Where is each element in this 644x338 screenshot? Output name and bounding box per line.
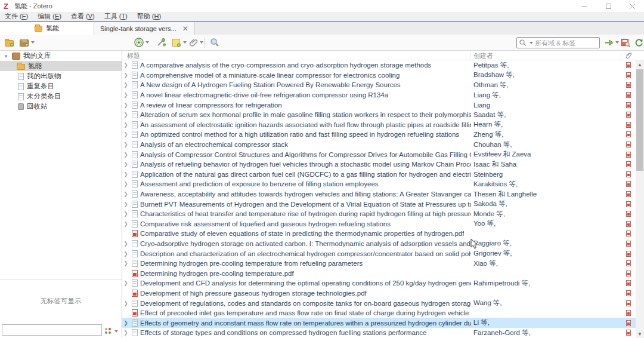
item-row[interactable]: ❯ A comprehensive model of a miniature-s… (122, 70, 644, 81)
item-row[interactable]: ❯ Analysis of Compressor Control Structu… (122, 149, 644, 159)
tab[interactable]: Single-tank storage vers... ✕ (94, 22, 195, 35)
item-type-icon (132, 329, 138, 336)
tab[interactable]: 氢能 ✕ (0, 22, 94, 35)
row-expand-chevron-icon[interactable]: ❯ (122, 221, 129, 227)
row-expand-chevron-icon[interactable]: ❯ (122, 191, 129, 197)
item-row[interactable]: ❯ A New design of A Hydrogen Fueling Sta… (122, 80, 644, 90)
add-by-identifier-button[interactable] (156, 37, 166, 48)
item-row[interactable]: ❯ A review of linear compressors for ref… (122, 100, 644, 110)
new-item-button[interactable] (134, 37, 149, 48)
item-row[interactable]: Determining hydrogen pre-cooling tempera… (122, 268, 644, 278)
column-header-creator[interactable]: 创建者 (471, 51, 621, 60)
menu-item[interactable]: 编辑 (E) (33, 12, 66, 21)
new-collection-button[interactable] (5, 37, 14, 48)
item-row[interactable]: ❯ An optimized control method for a high… (122, 130, 644, 140)
scrollbar-thumb[interactable] (636, 69, 643, 171)
item-row[interactable]: ❯ Characteristics of heat transfer and t… (122, 209, 644, 219)
row-expand-chevron-icon[interactable]: ❯ (122, 201, 129, 207)
vertical-scrollbar[interactable]: ▲ ▼ (636, 60, 644, 338)
sidebar-item-重复条目[interactable]: 重复条目 (0, 81, 122, 91)
item-row[interactable]: ❯ Analysis of refueling behavior of hydr… (122, 159, 644, 170)
add-attachment-button[interactable] (190, 37, 203, 48)
item-row[interactable]: ❯ Development of regulations, codes and … (122, 298, 644, 308)
new-note-button[interactable] (172, 37, 187, 48)
row-expand-chevron-icon[interactable]: ❯ (122, 62, 129, 68)
sidebar-item-未分类条目[interactable]: 未分类条目 (0, 91, 122, 102)
maximize-button[interactable] (596, 0, 620, 12)
item-row[interactable]: Development of high pressure gaseous hyd… (122, 288, 644, 299)
item-row[interactable]: ❯ A comparative analysis of the cryo-com… (122, 60, 644, 70)
item-row[interactable]: Comparative study of eleven equations of… (122, 229, 644, 239)
minimize-button[interactable] (572, 0, 596, 12)
sidebar-item-回收站[interactable]: 回收站 (0, 102, 122, 112)
row-expand-chevron-icon[interactable]: ❯ (122, 320, 129, 326)
row-expand-chevron-icon[interactable]: ❯ (122, 131, 129, 137)
column-header-title[interactable]: 标题 (122, 51, 471, 60)
row-expand-chevron-icon[interactable]: ❯ (122, 72, 129, 78)
item-row[interactable]: ❯ A novel linear electromagnetic-drive o… (122, 90, 644, 100)
close-button[interactable] (620, 0, 644, 12)
row-expand-chevron-icon[interactable]: ❯ (122, 211, 129, 217)
tab-label: 氢能 (46, 24, 59, 33)
row-expand-chevron-icon[interactable]: ❯ (122, 82, 129, 88)
item-row[interactable]: ❯ Awareness, acceptability and attitudes… (122, 189, 644, 199)
item-row[interactable]: ❯ An assessment of electrostatic ignitio… (122, 120, 644, 130)
row-expand-chevron-icon[interactable]: ❯ (122, 280, 129, 286)
row-expand-chevron-icon[interactable]: ❯ (122, 92, 129, 98)
expand-chevron-icon[interactable]: ▾ (3, 53, 9, 59)
row-expand-chevron-icon[interactable]: ❯ (122, 171, 129, 177)
row-expand-chevron-icon[interactable]: ❯ (122, 161, 129, 167)
item-type-icon (132, 279, 138, 287)
items-pane: 标题 创建者 ❯ A comparative analysis of the c… (122, 51, 644, 338)
item-row[interactable]: ❯ Comparative risk assessment of liquefi… (122, 219, 644, 229)
row-expand-chevron-icon[interactable]: ❯ (122, 330, 129, 336)
locate-button[interactable] (605, 37, 619, 48)
item-row[interactable]: Effect of precooled inlet gas temperatur… (122, 308, 644, 318)
item-row[interactable]: ❯ Determining hydrogen pre-cooling tempe… (122, 259, 644, 269)
item-row[interactable]: ❯ Alteration of serum sex hormonal profi… (122, 110, 644, 120)
tag-selector-options-button[interactable] (105, 328, 118, 334)
item-row[interactable]: ❯ Development and CFD analysis for deter… (122, 278, 644, 288)
advanced-search-button[interactable] (210, 37, 219, 48)
sidebar-item-氢能[interactable]: 氢能 (0, 61, 122, 71)
new-library-button[interactable] (20, 37, 35, 48)
row-expand-chevron-icon[interactable]: ❯ (122, 102, 129, 108)
item-row[interactable]: ❯ Burnett PVT Measurements of Hydrogen a… (122, 199, 644, 209)
column-header-attachment[interactable] (621, 52, 636, 59)
menu-item[interactable]: 工具 (T) (100, 12, 132, 21)
item-row[interactable]: ❯ Assessment and prediction of exposure … (122, 179, 644, 189)
sidebar-item-my-library[interactable]: ▾ 我的文库 (0, 51, 122, 61)
row-expand-chevron-icon[interactable]: ❯ (122, 152, 129, 158)
scroll-down-arrow-icon[interactable]: ▼ (636, 330, 644, 338)
pdf-attachment-icon (626, 181, 631, 187)
row-expand-chevron-icon[interactable]: ❯ (122, 251, 129, 257)
menu-item[interactable]: 文件 (F) (0, 12, 33, 21)
search-scope-caret-icon[interactable] (530, 42, 533, 44)
tag-filter-input[interactable] (2, 324, 102, 336)
sidebar-item-label: 重复条目 (27, 82, 54, 91)
row-expand-chevron-icon[interactable]: ❯ (122, 122, 129, 128)
search-input[interactable] (535, 39, 597, 47)
search-box[interactable] (516, 37, 600, 48)
item-type-icon (132, 300, 138, 307)
tab-close-icon[interactable]: ✕ (182, 25, 188, 32)
row-expand-chevron-icon[interactable]: ❯ (122, 112, 129, 118)
item-row[interactable]: ❯ Cryo-adsorptive hydrogen storage on ac… (122, 239, 644, 249)
row-expand-chevron-icon[interactable]: ❯ (122, 142, 129, 148)
item-row[interactable]: ❯ Analysis of an electrochemical compres… (122, 140, 644, 150)
item-row[interactable]: ❯ Effects of storage types and condition… (122, 328, 644, 338)
library-lookup-icon[interactable] (621, 37, 630, 48)
tab-bar: 氢能 ✕ Single-tank storage vers... ✕ (0, 22, 644, 35)
item-row[interactable]: ❯ Effects of geometry and inconstant mas… (122, 318, 644, 328)
item-row[interactable]: ❯ Application of the natural gas direct … (122, 170, 644, 180)
row-expand-chevron-icon[interactable]: ❯ (122, 300, 129, 306)
scroll-up-arrow-icon[interactable]: ▲ (636, 60, 644, 69)
row-expand-chevron-icon[interactable]: ❯ (122, 181, 129, 187)
sync-button[interactable] (634, 37, 643, 48)
sidebar-item-我的出版物[interactable]: 我的出版物 (0, 71, 122, 81)
item-row[interactable]: ❯ Description and characterization of an… (122, 248, 644, 259)
row-expand-chevron-icon[interactable]: ❯ (122, 241, 129, 247)
menu-item[interactable]: 帮助 (H) (132, 12, 166, 21)
row-expand-chevron-icon[interactable]: ❯ (122, 260, 129, 266)
menu-item[interactable]: 查看 (V) (66, 12, 100, 21)
